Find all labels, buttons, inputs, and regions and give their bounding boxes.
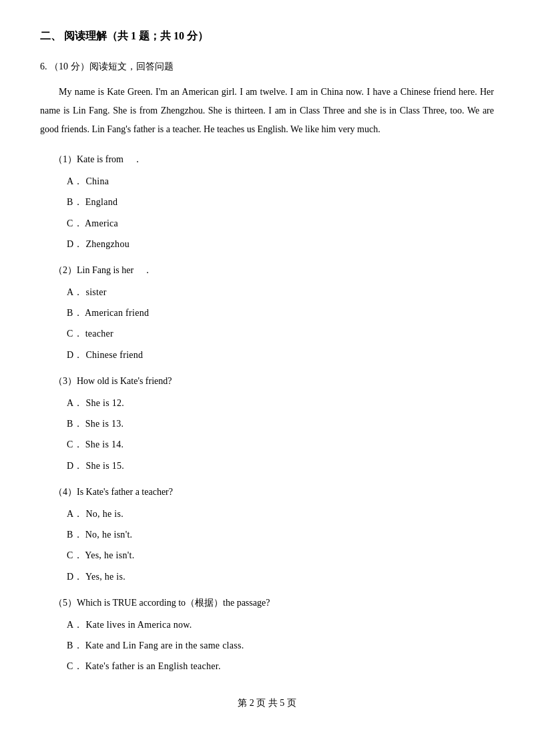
question-header: 6. （10 分）阅读短文，回答问题 [40, 58, 494, 75]
section-title: 二、 阅读理解（共 1 题；共 10 分） [40, 27, 494, 46]
option-1-3: D． Zhengzhou [67, 236, 494, 252]
subquestion-5: （5）Which is TRUE according to（根据）the pas… [40, 594, 494, 675]
option-3-2: C． She is 14. [67, 436, 494, 453]
option-4-1: B． No, he isn't. [67, 526, 494, 543]
option-4-0: A． No, he is. [67, 506, 494, 522]
subquestion-text-3: （3）How old is Kate's friend? [53, 373, 494, 389]
subquestion-3: （3）How old is Kate's friend?A． She is 12… [40, 373, 494, 474]
option-3-1: B． She is 13. [67, 415, 494, 432]
option-2-3: D． Chinese friend [67, 347, 494, 363]
subquestion-4: （4）Is Kate's father a teacher?A． No, he … [40, 484, 494, 585]
option-4-3: D． Yes, he is. [67, 568, 494, 585]
subquestion-text-5: （5）Which is TRUE according to（根据）the pas… [53, 594, 494, 611]
option-2-0: A． sister [67, 284, 494, 301]
option-5-2: C． Kate's father is an English teacher. [67, 658, 494, 675]
option-4-2: C． Yes, he isn't. [67, 547, 494, 564]
subquestion-1: （1）Kate is from ．A． ChinaB． EnglandC． Am… [40, 151, 494, 252]
subquestion-2: （2）Lin Fang is her ．A． sisterB． American… [40, 262, 494, 363]
page-footer: 第 2 页 共 5 页 [40, 695, 494, 711]
subquestions-container: （1）Kate is from ．A． ChinaB． EnglandC． Am… [40, 151, 494, 675]
option-5-0: A． Kate lives in America now. [67, 616, 494, 633]
subquestion-text-1: （1）Kate is from ． [53, 151, 494, 168]
subquestion-text-2: （2）Lin Fang is her ． [53, 262, 494, 278]
option-1-1: B． England [67, 194, 494, 210]
option-3-3: D． She is 15. [67, 457, 494, 474]
option-2-1: B． American friend [67, 305, 494, 321]
passage: My name is Kate Green. I'm an American g… [40, 83, 494, 139]
option-5-1: B． Kate and Lin Fang are in the same cla… [67, 637, 494, 654]
option-2-2: C． teacher [67, 325, 494, 342]
option-1-2: C． America [67, 215, 494, 232]
option-1-0: A． China [67, 173, 494, 190]
subquestion-text-4: （4）Is Kate's father a teacher? [53, 484, 494, 500]
option-3-0: A． She is 12. [67, 395, 494, 411]
